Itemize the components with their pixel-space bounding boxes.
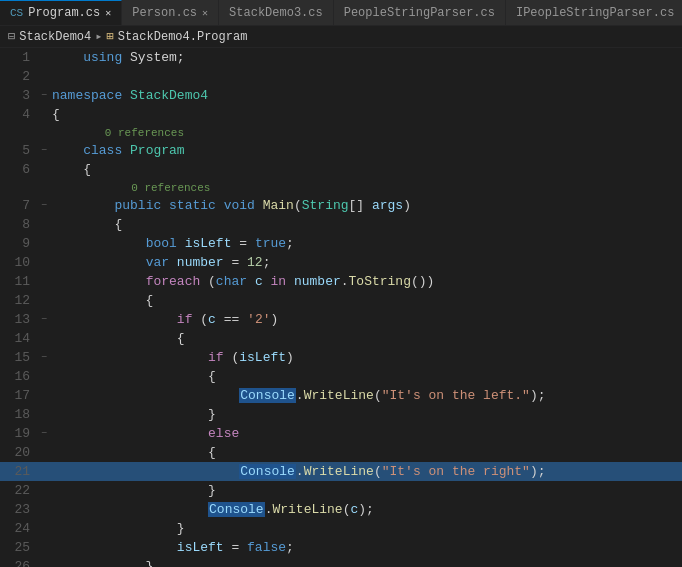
- code-line-26: 26 }: [0, 557, 682, 567]
- breadcrumb-class: StackDemo4.Program: [118, 30, 248, 44]
- code-line-4: 4 {: [0, 105, 682, 124]
- code-line-25: 25 isLeft = false;: [0, 538, 682, 557]
- breadcrumb-solution: ⊟: [8, 29, 15, 44]
- file-icon: CS: [10, 7, 23, 19]
- code-line-22: 22 }: [0, 481, 682, 500]
- code-line-1: 1 using System;: [0, 48, 682, 67]
- code-line-11: 11 foreach (char c in number.ToString()): [0, 272, 682, 291]
- breadcrumb-icon: ⊞: [106, 29, 113, 44]
- code-line-9: 9 bool isLeft = true;: [0, 234, 682, 253]
- code-line-19: 19 − else: [0, 424, 682, 443]
- tab-label: IPeopleStringParser.cs: [516, 6, 674, 20]
- code-line-12: 12 {: [0, 291, 682, 310]
- tab-close-person-cs[interactable]: ✕: [202, 7, 208, 19]
- breadcrumb-project: StackDemo4: [19, 30, 91, 44]
- code-line-2: 2: [0, 67, 682, 86]
- code-line-21: 21 ▶ Console.WriteLine("It's on the righ…: [0, 462, 682, 481]
- code-line-3: 3 − namespace StackDemo4: [0, 86, 682, 105]
- code-line-23: 23 Console.WriteLine(c);: [0, 500, 682, 519]
- code-line-14: 14 {: [0, 329, 682, 348]
- tab-close-program-cs[interactable]: ✕: [105, 7, 111, 19]
- code-line-15: 15 − if (isLeft): [0, 348, 682, 367]
- breadcrumb-sep1: ▸: [95, 29, 102, 44]
- code-line-10: 10 var number = 12;: [0, 253, 682, 272]
- code-line-18: 18 }: [0, 405, 682, 424]
- code-line-16: 16 {: [0, 367, 682, 386]
- tab-label: Person.cs: [132, 6, 197, 20]
- code-line-7: 7 − public static void Main(String[] arg…: [0, 196, 682, 215]
- code-line-20: 20 {: [0, 443, 682, 462]
- tab-ipeoplestringparser-cs[interactable]: IPeopleStringParser.cs: [506, 0, 682, 25]
- tab-label: StackDemo3.cs: [229, 6, 323, 20]
- code-references-main: 0 references: [0, 179, 682, 196]
- code-line-6: 6 {: [0, 160, 682, 179]
- tab-person-cs[interactable]: Person.cs ✕: [122, 0, 219, 25]
- editor-root: CS Program.cs ✕ Person.cs ✕ StackDemo3.c…: [0, 0, 682, 567]
- tab-label: PeopleStringParser.cs: [344, 6, 495, 20]
- tab-bar: CS Program.cs ✕ Person.cs ✕ StackDemo3.c…: [0, 0, 682, 26]
- code-line-8: 8 {: [0, 215, 682, 234]
- tab-stackdemo3-cs[interactable]: StackDemo3.cs: [219, 0, 334, 25]
- code-line-13: 13 − if (c == '2'): [0, 310, 682, 329]
- tab-peoplestringparser-cs[interactable]: PeopleStringParser.cs: [334, 0, 506, 25]
- code-line-5: 5 − class Program: [0, 141, 682, 160]
- breadcrumb: ⊟ StackDemo4 ▸ ⊞ StackDemo4.Program: [0, 26, 682, 48]
- code-references-class: 0 references: [0, 124, 682, 141]
- tab-program-cs[interactable]: CS Program.cs ✕: [0, 0, 122, 25]
- tab-label: Program.cs: [28, 6, 100, 20]
- code-line-17: 17 Console.WriteLine("It's on the left."…: [0, 386, 682, 405]
- code-editor[interactable]: 1 using System; 2 3 − namespace StackDem…: [0, 48, 682, 567]
- code-line-24: 24 }: [0, 519, 682, 538]
